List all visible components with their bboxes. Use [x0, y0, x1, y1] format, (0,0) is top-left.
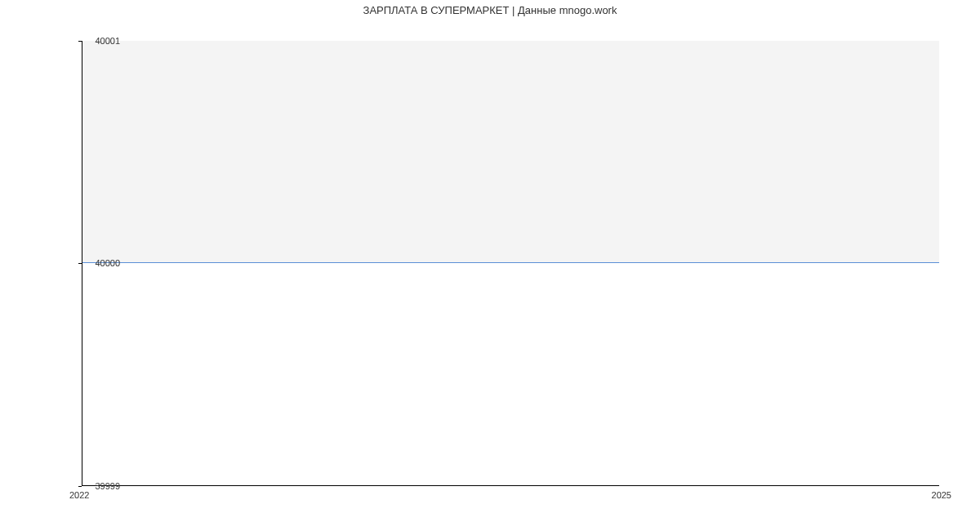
y-tick-mark	[78, 263, 82, 264]
x-tick-label: 2022	[69, 490, 89, 500]
chart-title: ЗАРПЛАТА В СУПЕРМАРКЕТ | Данные mnogo.wo…	[0, 4, 980, 16]
y-tick-label: 40000	[95, 258, 120, 268]
y-tick-label: 39999	[95, 481, 120, 491]
y-tick-label: 40001	[95, 36, 120, 46]
plot-fill-upper	[82, 41, 939, 263]
data-line	[82, 262, 939, 263]
x-tick-label: 2025	[932, 490, 951, 500]
plot-area	[82, 41, 939, 486]
plot-fill-lower	[82, 263, 939, 485]
y-tick-mark	[78, 486, 82, 487]
chart-container: ЗАРПЛАТА В СУПЕРМАРКЕТ | Данные mnogo.wo…	[0, 0, 980, 531]
y-tick-mark	[78, 41, 82, 42]
